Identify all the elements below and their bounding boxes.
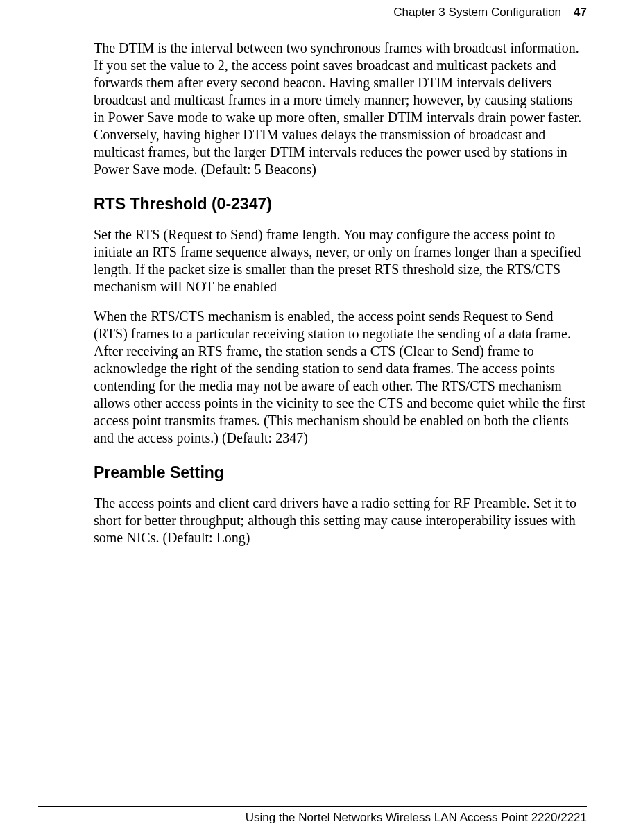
page-content: The DTIM is the interval between two syn… (38, 24, 587, 547)
page-header: Chapter 3 System Configuration 47 (38, 0, 587, 24)
rts-paragraph-2: When the RTS/CTS mechanism is enabled, t… (94, 308, 587, 447)
preamble-paragraph: The access points and client card driver… (94, 495, 587, 547)
rts-threshold-heading: RTS Threshold (0-2347) (94, 195, 587, 214)
rts-paragraph-1: Set the RTS (Request to Send) frame leng… (94, 226, 587, 295)
page-number: 47 (574, 6, 587, 19)
footer-text: Using the Nortel Networks Wireless LAN A… (246, 811, 587, 824)
chapter-title: Chapter 3 System Configuration (393, 6, 561, 19)
page-footer: Using the Nortel Networks Wireless LAN A… (38, 806, 587, 825)
page: Chapter 3 System Configuration 47 The DT… (0, 0, 625, 840)
dtim-paragraph: The DTIM is the interval between two syn… (94, 40, 587, 178)
preamble-heading: Preamble Setting (94, 463, 587, 482)
